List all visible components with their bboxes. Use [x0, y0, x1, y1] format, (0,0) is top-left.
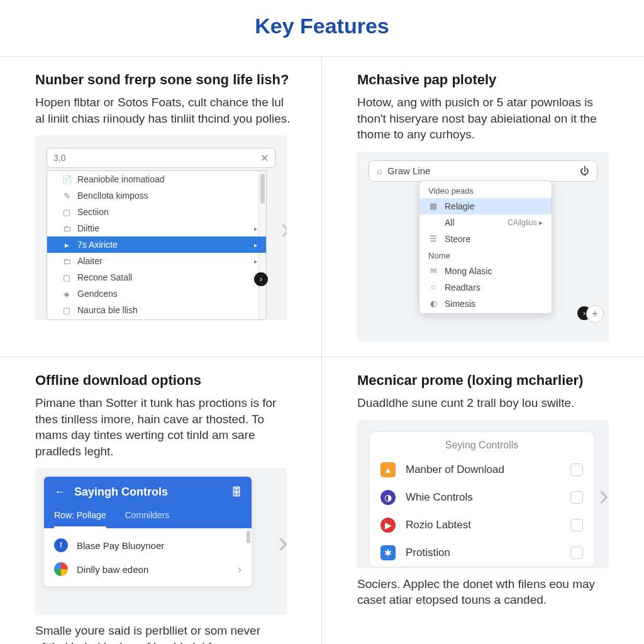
dropdown-item-label: All — [445, 218, 455, 228]
box-icon: ▢ — [62, 208, 71, 217]
dropdown-item[interactable]: ◐Simesis — [419, 296, 552, 312]
setting-toggle[interactable] — [570, 519, 583, 531]
diamond-icon: ◈ — [62, 289, 71, 299]
box-icon: ▢ — [62, 273, 71, 282]
feature-4-caption: Sociers. Applec the donet wth filens eou… — [357, 576, 614, 608]
list-item-label: Naurca ble llish — [77, 305, 138, 315]
list-item[interactable]: ◈Gendcens — [47, 286, 266, 302]
setting-label: Dinlly baw edeon — [77, 564, 148, 575]
box-icon: ▢ — [62, 306, 71, 315]
chrome-icon — [54, 562, 68, 576]
tab-comnilders[interactable]: Comnilders — [125, 510, 170, 528]
search-text: 3,0 — [53, 153, 65, 163]
list-item[interactable]: ▢Sectiion — [47, 204, 266, 220]
list-item-label: Recone Satall — [77, 272, 132, 282]
half-circle-icon: ◐ — [428, 299, 438, 308]
setting-row[interactable]: ◑ Whie Controls — [369, 484, 594, 511]
list-item-label: Diittie — [77, 223, 99, 233]
chevron-right-icon: ▸ — [254, 225, 257, 232]
search-value: Graw Line — [387, 165, 430, 176]
setting-row[interactable]: ▲ Manber of Download — [369, 456, 594, 484]
setting-label: Rozio Labtest — [406, 519, 471, 531]
feature-2-title: Mchasive pap plotely — [357, 72, 614, 88]
feature-3: Offline download options Pimane than Sot… — [0, 357, 322, 644]
folder-icon: 🗀 — [62, 224, 71, 233]
feature-4-mock: Seying Controlls ▲ Manber of Download ◑ … — [357, 420, 609, 569]
chevron-right-icon: ▸ — [254, 258, 257, 265]
setting-row[interactable]: ✱ Protistion — [369, 539, 594, 567]
mobile-header: ← Sayingh Controls 🗄 Row: Pollage Comnil… — [44, 477, 252, 528]
list-item[interactable]: ▢Recone Satall — [47, 269, 266, 286]
list-item-label: Reaniobile inomatioad — [77, 174, 165, 184]
setting-label: Blase Pay Bluoynoer — [77, 540, 164, 551]
list-item[interactable]: 📄Reaniobile inomatioad — [47, 171, 266, 187]
search-input[interactable]: ⌕ Graw Line ⏻ — [369, 160, 597, 182]
setting-row[interactable]: ▶ Rozio Labtest — [369, 511, 594, 539]
mobile-title: Sayingh Controls — [74, 486, 168, 499]
play-icon: ▶ — [380, 518, 396, 533]
dropdown-item-label: Readtars — [445, 282, 480, 292]
mobile-card: ← Sayingh Controls 🗄 Row: Pollage Comnil… — [44, 477, 252, 586]
briefcase-icon[interactable]: 🗄 — [231, 487, 242, 498]
add-button[interactable]: + — [586, 305, 604, 323]
setting-row[interactable]: f Blase Pay Bluoynoer — [44, 533, 252, 557]
list-item[interactable]: ✎Bencllota kimposs — [47, 187, 266, 204]
power-icon[interactable]: ⏻ — [580, 165, 589, 176]
dropdown-item-selected[interactable]: ▦Relagie — [419, 198, 552, 214]
chevron-right-icon[interactable]: › — [280, 211, 287, 245]
setting-label: Whie Controls — [406, 491, 473, 504]
setting-toggle[interactable] — [570, 491, 583, 504]
dropdown-item[interactable]: ✉Mong Alasic — [419, 263, 552, 279]
clear-icon[interactable]: ✕ — [260, 152, 269, 164]
dropdown-item[interactable]: ○Readtars — [419, 279, 552, 296]
search-icon: ⌕ — [377, 165, 382, 176]
edit-icon: ✎ — [62, 191, 71, 201]
search-box[interactable]: 3,0 ✕ — [47, 148, 275, 168]
list-item-label: Gendcens — [77, 289, 118, 299]
setting-label: Protistion — [406, 547, 450, 559]
list-item-label: Sectiion — [77, 207, 109, 217]
card-title: Seying Controlls — [369, 432, 594, 456]
play-icon: ▸ — [62, 240, 71, 250]
feature-2-mock: ⌕ Graw Line ⏻ Video peads ▦Relagie AllCA… — [357, 152, 609, 341]
setting-toggle[interactable] — [570, 464, 583, 476]
list-icon: ☰ — [428, 234, 438, 243]
feature-2-desc: Hotow, ang with pusich or 5 atar pownloa… — [357, 94, 614, 143]
star-icon: ✱ — [380, 545, 396, 560]
features-grid: Nunber sond frerp sone song life lish? H… — [0, 56, 644, 644]
setting-row[interactable]: Dinlly baw edeon › — [44, 557, 252, 581]
feature-3-mock: ← Sayingh Controls 🗄 Row: Pollage Comnil… — [35, 468, 287, 615]
person-icon: ▲ — [380, 462, 396, 477]
page-title: Key Features — [0, 0, 644, 56]
list-item-selected[interactable]: ▸7s Axiricte▸ — [47, 236, 266, 253]
dropdown-item-label: Steore — [445, 234, 470, 244]
chevron-right-icon[interactable]: › — [278, 525, 287, 559]
grid-icon: ▦ — [428, 201, 438, 211]
dropdown-item-label: Mong Alasic — [445, 266, 492, 276]
back-icon[interactable]: ← — [54, 486, 65, 499]
list-item[interactable]: ▢Naurca ble llish — [47, 302, 266, 318]
scrollbar[interactable] — [247, 531, 250, 543]
dropdown-item[interactable]: AllCAilglius ▸ — [419, 214, 552, 231]
list-item[interactable]: 🗀Diittie▸ — [47, 220, 266, 236]
setting-label: Manber of Download — [406, 464, 504, 476]
list-item-label: 7s Axiricte — [77, 240, 118, 250]
list-item[interactable]: 🗀Alaiter▸ — [47, 253, 266, 269]
folder-icon: 🗀 — [62, 257, 71, 266]
setting-toggle[interactable] — [570, 547, 583, 559]
feature-1-title: Nunber sond frerp sone song life lish? — [35, 72, 291, 88]
feature-3-title: Offline download options — [35, 372, 291, 389]
dropdown-item[interactable]: ☰Steore — [419, 231, 552, 247]
feature-4: Mecnicar prome (loxing mcharlier) Duadld… — [322, 357, 644, 644]
chevron-right-icon[interactable]: › — [599, 477, 609, 511]
mail-icon: ✉ — [428, 266, 438, 275]
dropdown-section: Nome — [419, 247, 552, 263]
mobile-tabs: Row: Pollage Comnilders — [54, 510, 242, 528]
globe-icon: ◑ — [380, 490, 396, 505]
dropdown-subtext: CAilglius ▸ — [508, 218, 543, 227]
feature-1: Nunber sond frerp sone song life lish? H… — [0, 57, 322, 357]
feature-4-title: Mecnicar prome (loxing mcharlier) — [357, 372, 614, 389]
tab-pollage[interactable]: Row: Pollage — [54, 510, 106, 528]
settings-card: Seying Controlls ▲ Manber of Download ◑ … — [369, 431, 595, 567]
feature-1-desc: Hopen flbtar or Sotos Foats, cult chance… — [35, 94, 291, 126]
